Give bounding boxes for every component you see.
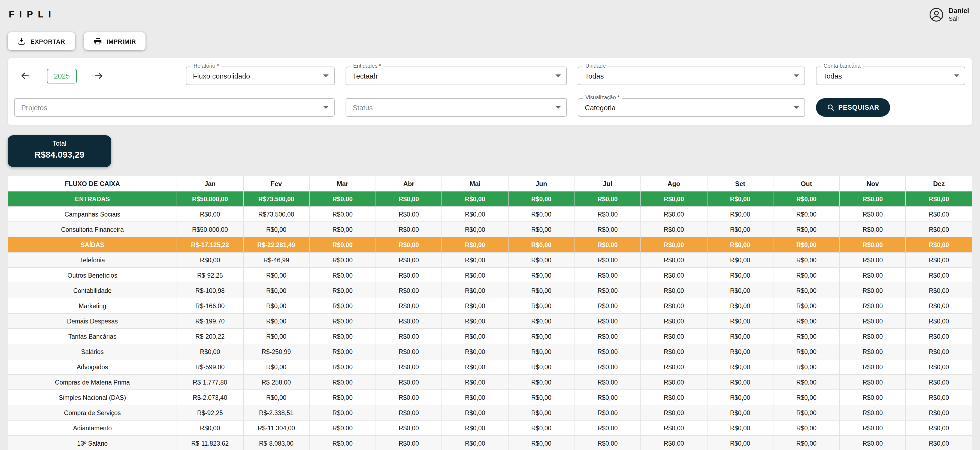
value-cell: R$-599,00: [177, 359, 243, 375]
print-button[interactable]: IMPRIMIR: [84, 32, 146, 50]
value-cell: R$0,00: [309, 268, 375, 283]
chevron-down-icon: [954, 75, 959, 77]
value-cell: R$0,00: [707, 420, 773, 436]
value-cell: R$0,00: [508, 313, 574, 329]
value-cell: R$-258,00: [243, 375, 309, 390]
entidades-select[interactable]: Entidades * Tectaah: [345, 67, 567, 85]
column-header-month: Set: [707, 176, 773, 191]
value-cell: R$0,00: [375, 359, 442, 375]
status-select-placeholder: Status: [353, 104, 373, 112]
value-cell: R$0,00: [906, 191, 972, 206]
value-cell: R$0,00: [508, 283, 574, 298]
value-cell: R$0,00: [442, 252, 508, 268]
value-cell: R$0,00: [641, 206, 707, 222]
value-cell: R$0,00: [442, 283, 508, 298]
value-cell: R$0,00: [906, 390, 972, 405]
search-button[interactable]: PESQUISAR: [816, 98, 890, 117]
year-display: 2025: [47, 69, 77, 83]
app-logo: FIPLI: [9, 9, 56, 20]
total-value: R$84.093,29: [13, 150, 106, 160]
entradas-row: ENTRADASR$50.000,00R$73.500,00R$0,00R$0,…: [8, 191, 972, 206]
previous-year-button[interactable]: [19, 69, 32, 82]
value-cell: R$0,00: [508, 252, 574, 268]
value-cell: R$0,00: [309, 298, 375, 313]
value-cell: R$0,00: [906, 298, 972, 313]
print-button-label: IMPRIMIR: [107, 38, 136, 45]
value-cell: R$0,00: [906, 252, 972, 268]
value-cell: R$50.000,00: [177, 222, 243, 237]
value-cell: R$0,00: [508, 206, 574, 222]
filter-grid: 2025 Relatório * Fluxo consolidado Entid…: [14, 67, 966, 117]
next-year-button[interactable]: [92, 69, 105, 82]
value-cell: R$0,00: [906, 405, 972, 420]
row-label: Compra de Serviços: [8, 405, 177, 420]
value-cell: R$-199,70: [177, 313, 243, 329]
value-cell: R$0,00: [375, 222, 442, 237]
value-cell: R$0,00: [309, 206, 375, 222]
unidade-select[interactable]: Unidade Todas: [578, 67, 805, 85]
value-cell: R$0,00: [707, 329, 773, 344]
value-cell: R$0,00: [773, 222, 839, 237]
user-avatar-icon: [929, 7, 944, 22]
table-row: Simples Nacional (DAS)R$-2.073,40R$0,00R…: [8, 390, 972, 405]
unidade-select-value: Todas: [585, 72, 604, 80]
export-button[interactable]: EXPORTAR: [8, 32, 75, 50]
value-cell: R$0,00: [840, 283, 906, 298]
value-cell: R$0,00: [707, 390, 773, 405]
table-row: 13º SalárioR$-11.823,62R$-8.083,00R$0,00…: [8, 436, 972, 450]
value-cell: R$0,00: [840, 298, 906, 313]
value-cell: R$0,00: [906, 420, 972, 436]
table-row: AdiantamentoR$0,00R$-11.304,00R$0,00R$0,…: [8, 420, 972, 436]
value-cell: R$0,00: [243, 329, 309, 344]
value-cell: R$0,00: [840, 405, 906, 420]
visualizacao-select[interactable]: Visualização * Categoria: [578, 98, 805, 117]
value-cell: R$0,00: [641, 390, 707, 405]
value-cell: R$0,00: [707, 268, 773, 283]
value-cell: R$0,00: [840, 313, 906, 329]
value-cell: R$0,00: [243, 268, 309, 283]
column-header-month: Out: [773, 176, 839, 191]
value-cell: R$0,00: [375, 344, 442, 359]
visualizacao-select-label: Visualização *: [583, 94, 622, 101]
value-cell: R$0,00: [375, 375, 442, 390]
value-cell: R$0,00: [840, 222, 906, 237]
value-cell: R$0,00: [309, 329, 375, 344]
table-row: MarketingR$-166,00R$0,00R$0,00R$0,00R$0,…: [8, 298, 972, 313]
value-cell: R$0,00: [309, 390, 375, 405]
value-cell: R$0,00: [840, 191, 906, 206]
value-cell: R$0,00: [375, 252, 442, 268]
value-cell: R$0,00: [773, 344, 839, 359]
value-cell: R$0,00: [508, 420, 574, 436]
value-cell: R$-92,25: [177, 405, 243, 420]
saidas-row: SAÍDASR$-17.125,22R$-22.281,49R$0,00R$0,…: [8, 237, 972, 252]
entidades-select-value: Tectaah: [353, 72, 377, 80]
table-row: SaláriosR$0,00R$-250,99R$0,00R$0,00R$0,0…: [8, 344, 972, 359]
total-badge: Total R$84.093,29: [8, 135, 111, 167]
value-cell: R$-100,98: [177, 283, 243, 298]
projetos-select[interactable]: Projetos: [14, 98, 335, 117]
value-cell: R$0,00: [243, 298, 309, 313]
logout-link[interactable]: Sair: [949, 15, 969, 22]
row-label: SAÍDAS: [8, 237, 177, 252]
value-cell: R$0,00: [641, 237, 707, 252]
value-cell: R$0,00: [508, 436, 574, 450]
relatorio-select[interactable]: Relatório * Fluxo consolidado: [186, 67, 335, 85]
value-cell: R$0,00: [773, 420, 839, 436]
status-select[interactable]: Status: [345, 98, 567, 117]
row-label: Contabilidade: [8, 283, 177, 298]
table-row: ContabilidadeR$-100,98R$0,00R$0,00R$0,00…: [8, 283, 972, 298]
value-cell: R$0,00: [508, 222, 574, 237]
value-cell: R$-17.125,22: [177, 237, 243, 252]
cashflow-table: FLUXO DE CAIXA Jan Fev Mar Abr Mai Jun J…: [8, 176, 972, 450]
value-cell: R$0,00: [177, 344, 243, 359]
filter-panel: 2025 Relatório * Fluxo consolidado Entid…: [8, 58, 972, 126]
column-header-month: Mar: [309, 176, 375, 191]
conta-bancaria-select[interactable]: Conta bancária Todas: [816, 67, 965, 85]
table-row: Tarifas BancáriasR$-200,22R$0,00R$0,00R$…: [8, 329, 972, 344]
user-menu[interactable]: Daniel Sair: [929, 7, 969, 22]
value-cell: R$0,00: [840, 329, 906, 344]
download-icon: [18, 37, 25, 45]
value-cell: R$0,00: [641, 436, 707, 450]
value-cell: R$0,00: [641, 222, 707, 237]
value-cell: R$0,00: [840, 375, 906, 390]
